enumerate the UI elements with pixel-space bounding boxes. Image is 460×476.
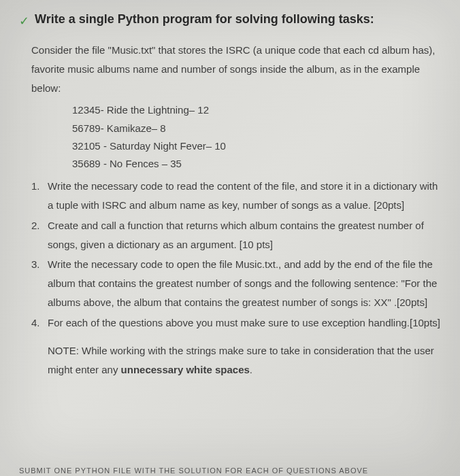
example-block: 12345- Ride the Lightning– 12 56789- Kam… <box>72 101 441 173</box>
questions-list: 1. Write the necessary code to read the … <box>31 177 441 332</box>
example-line: 12345- Ride the Lightning– 12 <box>72 101 441 119</box>
page-title: Write a single Python program for solvin… <box>35 12 374 27</box>
item-text: Write the necessary code to open the fil… <box>48 255 441 311</box>
list-item: 2. Create and call a function that retur… <box>31 216 441 254</box>
item-number: 3. <box>31 255 48 311</box>
example-line: 35689 - No Fences – 35 <box>72 155 441 173</box>
example-line: 32105 - Saturday Night Fever– 10 <box>72 137 441 155</box>
title-row: ✓ Write a single Python program for solv… <box>19 12 441 29</box>
item-number: 1. <box>31 177 48 215</box>
list-item: 3. Write the necessary code to open the … <box>31 255 441 311</box>
item-text: Create and call a function that returns … <box>48 216 441 254</box>
item-text: Write the necessary code to read the con… <box>48 177 441 215</box>
check-icon: ✓ <box>19 14 29 29</box>
note-suffix: . <box>250 364 252 375</box>
example-line: 56789- Kamikaze– 8 <box>72 120 441 137</box>
item-number: 2. <box>31 216 48 254</box>
intro-text: Consider the file "Music.txt" that store… <box>31 41 441 97</box>
item-text: For each of the questions above you must… <box>48 313 441 333</box>
item-number: 4. <box>31 313 48 333</box>
footer-text: SUBMIT ONE PYTHON FILE WITH THE SOLUTION… <box>19 466 368 475</box>
note-text: NOTE: While working with the strings mak… <box>48 341 441 379</box>
note-bold: unnecessary white spaces <box>121 364 250 375</box>
list-item: 4. For each of the questions above you m… <box>31 313 441 333</box>
list-item: 1. Write the necessary code to read the … <box>31 177 441 215</box>
